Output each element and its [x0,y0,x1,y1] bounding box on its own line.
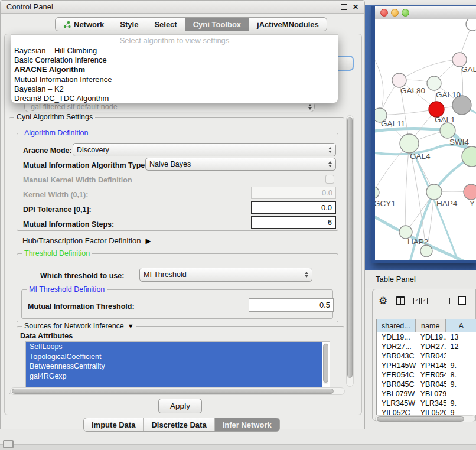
gear-icon[interactable]: ⚙ [379,295,387,306]
select-all-columns-icon[interactable]: ✓ ✓ [413,298,428,304]
tab-infer-network[interactable]: Infer Network [214,418,279,431]
table-cell[interactable] [446,389,476,399]
table-cell[interactable]: YBL079W [416,389,446,399]
node-pink-right[interactable] [464,184,476,200]
new-table-icon[interactable] [458,296,466,305]
grip-icon[interactable] [3,440,14,448]
attribute-item[interactable]: gal4RGexp [26,371,322,381]
table-row[interactable]: YBR045CYBR045C9. [377,380,476,389]
attribute-item[interactable]: TopologicalCoefficient [26,352,322,362]
tab-select[interactable]: Select [146,18,184,31]
settings-vertical-scrollbar[interactable] [346,115,354,387]
table-cell[interactable]: 13 [446,332,476,342]
algorithm-option[interactable]: Bayesian – Hill Climbing [11,46,338,56]
tab-jactivemnodules[interactable]: jActiveMNodules [249,18,327,31]
table-cell[interactable]: YBL079W [377,389,416,399]
table-row[interactable]: YDL19...YDL19...13 [377,332,476,342]
minimize-window-icon[interactable] [391,9,399,17]
algorithm-option[interactable]: Mutual Information Inference [11,75,338,84]
table-cell[interactable]: 8. [446,370,476,380]
deselect-all-columns-icon[interactable] [436,298,450,304]
inference-algorithm-combo-fragment[interactable] [337,56,354,71]
table-row[interactable]: YBL079WYBL079W [377,389,476,399]
list-scrollbar[interactable] [323,343,328,384]
node-GAL4[interactable] [400,134,419,153]
table-row[interactable]: YBR043CYBR043C [377,351,476,361]
table-cell[interactable]: YLR345W [377,399,416,408]
hub-definition-toggle[interactable]: Hub/Transcription Factor Definition ▶ [22,236,151,245]
network-canvas[interactable]: GALGAL80GAL10GAL1GAL11SWI4GAL4GCY1HAP4YH… [375,19,476,260]
table-cell[interactable]: YIL052C [416,408,446,415]
sources-group-title-wrap[interactable]: Sources for Network Inference ▼ [22,322,136,330]
table-cell[interactable]: YIL052C [377,408,416,415]
node-GAL80[interactable] [392,73,406,87]
tab-style[interactable]: Style [112,18,146,31]
node-GAL1[interactable] [440,123,455,138]
table-panel-titlebar[interactable]: Table Panel [365,270,476,288]
table-cell[interactable]: YDL19... [377,332,416,342]
table-cell[interactable]: YBR043C [416,351,446,361]
table-cell[interactable]: 9 [446,408,476,415]
table-cell[interactable]: 9. [446,361,476,370]
tab-discretize-data[interactable]: Discretize Data [143,418,214,431]
table-row[interactable]: YDR27...YDR27...12 [377,342,476,351]
tab-network[interactable]: Network [56,18,112,31]
table-cell[interactable]: 12 [446,342,476,351]
which-threshold-select[interactable]: MI Threshold [139,268,312,282]
network-view-window[interactable]: GALGAL80GAL10GAL1GAL11SWI4GAL4GCY1HAP4YH… [371,6,476,263]
node-bottom-partial[interactable] [420,245,432,257]
node-table[interactable]: shared...nameAYDL19...YDL19...13YDR27...… [376,319,476,415]
control-panel-titlebar[interactable]: Control Panel ✕ [1,1,364,14]
kernel-width-field[interactable] [251,187,336,199]
table-cell[interactable]: YBR045C [416,380,446,389]
mi-steps-field[interactable] [251,216,336,229]
algorithm-option[interactable]: ARACNE Algorithm [11,65,338,74]
network-edge[interactable] [406,144,409,232]
node-GAL10[interactable] [427,76,441,90]
column-header[interactable]: name [416,319,446,332]
table-row[interactable]: YER054CYER054C8. [377,370,476,380]
split-columns-icon[interactable] [396,296,405,305]
table-cell[interactable]: YDR27... [416,342,446,351]
apply-button[interactable]: Apply [158,399,202,413]
table-cell[interactable]: YLR345W [416,399,446,408]
table-cell[interactable]: YDL19... [416,332,446,342]
float-panel-icon[interactable] [341,4,347,10]
close-window-icon[interactable] [380,9,388,17]
table-cell[interactable]: YBR043C [377,351,416,361]
manual-kernel-checkbox[interactable] [325,175,334,184]
tab-impute-data[interactable]: Impute Data [84,418,143,431]
settings-horizontal-scrollbar[interactable] [10,387,345,395]
mi-threshold-field[interactable] [249,298,334,312]
network-edge[interactable] [399,60,459,80]
dpi-tolerance-field[interactable] [251,201,336,214]
table-cell[interactable]: YDR27... [377,342,416,351]
algorithm-option[interactable]: Bayesian – K2 [11,84,338,94]
table-cell[interactable]: YBR045C [377,380,416,389]
attribute-item[interactable] [26,381,322,387]
network-edge[interactable] [375,55,383,115]
network-edge[interactable] [380,109,436,115]
table-cell[interactable]: 9. [446,399,476,408]
table-horizontal-scrollbar[interactable] [375,415,475,422]
mi-type-select[interactable]: Naive Bayes [145,158,336,171]
table-row[interactable]: YIL052CYIL052C9 [377,408,476,415]
data-attributes-list[interactable]: SelfLoopsTopologicalCoefficientBetweenne… [25,341,330,387]
attribute-item[interactable]: BetweennessCentrality [26,361,322,371]
network-window-titlebar[interactable] [375,6,476,19]
table-cell[interactable]: YPR145W [416,361,446,370]
column-header[interactable]: shared... [377,319,416,332]
table-cell[interactable]: YPR145W [377,361,416,370]
table-row[interactable]: YLR345WYLR345W9. [377,399,476,408]
table-cell[interactable]: YER054C [416,370,446,380]
node-SWI4[interactable] [462,146,476,167]
node-HAP2[interactable] [399,226,412,239]
network-edge[interactable] [375,128,448,132]
column-header[interactable]: A [446,319,476,332]
node-top-partial[interactable] [466,19,476,31]
table-row[interactable]: YPR145WYPR145W9. [377,361,476,370]
table-cell[interactable] [446,351,476,361]
attribute-item[interactable]: SelfLoops [26,342,322,352]
algorithm-option[interactable]: Basic Correlation Inference [11,56,338,65]
tab-cyni-toolbox[interactable]: Cyni Toolbox [185,18,249,31]
